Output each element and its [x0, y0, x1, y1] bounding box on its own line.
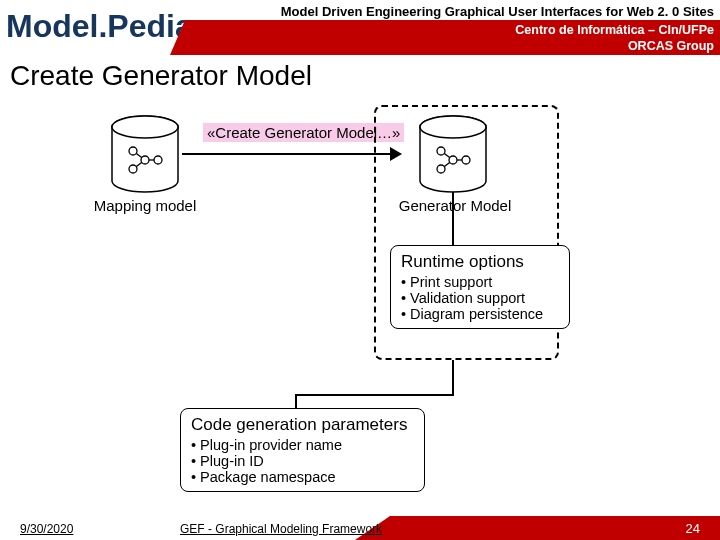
arrow-line — [182, 153, 392, 155]
footer-page-number: 24 — [686, 521, 700, 536]
mapping-model-label: Mapping model — [90, 197, 200, 214]
svg-point-1 — [112, 116, 178, 138]
footer-date: 9/30/2020 — [20, 522, 73, 536]
header-org1: Centro de Informática – CIn/UFPe — [185, 22, 714, 38]
list-item: Package namespace — [191, 469, 414, 485]
slide-title: Create Generator Model — [10, 60, 312, 92]
footer-accent — [390, 516, 720, 540]
list-item: Plug-in provider name — [191, 437, 414, 453]
runtime-options-box: Runtime options Print support Validation… — [390, 245, 570, 329]
logo: Model.Pedia — [6, 8, 193, 45]
header-title: Model Driven Engineering Graphical User … — [281, 4, 714, 19]
connector-line — [295, 394, 297, 409]
svg-point-8 — [154, 156, 162, 164]
runtime-title: Runtime options — [401, 252, 559, 272]
svg-point-5 — [129, 147, 137, 155]
header: Model.Pedia Model Driven Engineering Gra… — [0, 0, 720, 55]
svg-point-6 — [129, 165, 137, 173]
header-accent-bar: Centro de Informática – CIn/UFPe ORCAS G… — [185, 20, 720, 55]
svg-point-7 — [141, 156, 149, 164]
footer: 9/30/2020 GEF - Graphical Modeling Frame… — [0, 516, 720, 540]
list-item: Validation support — [401, 290, 559, 306]
list-item: Diagram persistence — [401, 306, 559, 322]
codegen-box: Code generation parameters Plug-in provi… — [180, 408, 425, 492]
footer-subtitle: GEF - Graphical Modeling Framework — [180, 522, 382, 536]
codegen-title: Code generation parameters — [191, 415, 414, 435]
list-item: Plug-in ID — [191, 453, 414, 469]
codegen-list: Plug-in provider name Plug-in ID Package… — [191, 437, 414, 485]
header-accent-diagonal — [170, 20, 185, 55]
connector-line — [452, 192, 454, 245]
graph-icon — [125, 143, 165, 181]
connector-line — [295, 394, 454, 396]
runtime-list: Print support Validation support Diagram… — [401, 274, 559, 322]
header-org2: ORCAS Group — [185, 38, 714, 54]
connector-line — [452, 360, 454, 395]
diagram: Mapping model «Create Generator Model…» … — [90, 105, 630, 495]
list-item: Print support — [401, 274, 559, 290]
